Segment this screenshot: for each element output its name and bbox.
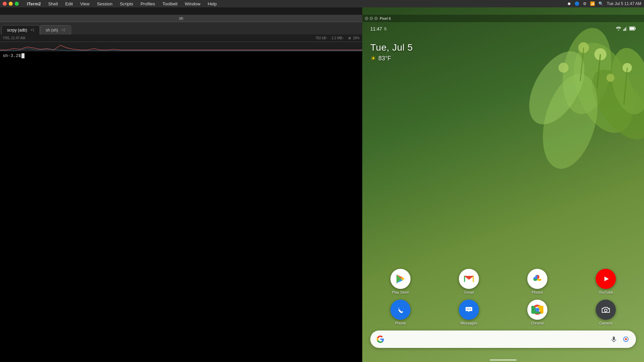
- android-close-btn[interactable]: [365, 17, 368, 20]
- svg-rect-32: [600, 304, 612, 316]
- lens-search-icon[interactable]: [621, 335, 631, 344]
- voice-search-icon[interactable]: [609, 335, 619, 344]
- tab-1-label: scrpy (adb): [7, 28, 27, 33]
- camera-label: Camera: [599, 321, 612, 325]
- menu-session[interactable]: Session: [96, 1, 114, 7]
- playstore-icon: [390, 269, 411, 289]
- app-icon-camera[interactable]: Camera: [596, 300, 616, 325]
- menu-scripts[interactable]: Scripts: [118, 1, 135, 7]
- tab-2-label: sh (sh): [46, 28, 58, 33]
- prompt-text: sh-3.2$: [3, 53, 21, 58]
- app-icon-gmail[interactable]: Gmail: [459, 269, 479, 294]
- menu-edit[interactable]: Edit: [64, 1, 74, 7]
- android-apps-row-1: Play Store Gma: [368, 269, 639, 294]
- tab-1-num: ×1: [31, 28, 34, 32]
- app-menu-iterm2[interactable]: iTerm2: [25, 1, 42, 7]
- svg-rect-21: [630, 27, 635, 29]
- svg-point-26: [467, 309, 468, 310]
- svg-rect-15: [623, 29, 624, 31]
- iterm-tabbar: scrpy (adb) ×1 sh (sh) ×2: [0, 22, 362, 35]
- menubar-search-icon[interactable]: 🔍: [598, 1, 603, 6]
- terminal-prompt-line: sh-3.2$: [3, 53, 360, 58]
- menu-help[interactable]: Help: [206, 1, 218, 7]
- phone-icon: [390, 300, 411, 320]
- camera-icon: [596, 300, 616, 320]
- menubar-wifi-icon: 📶: [590, 1, 595, 6]
- session-mem: 2.2 MB↑: [332, 36, 344, 40]
- svg-line-37: [627, 337, 628, 338]
- svg-point-34: [608, 309, 609, 309]
- svg-rect-24: [395, 304, 406, 315]
- close-button[interactable]: [3, 2, 7, 6]
- android-minimize-btn[interactable]: [370, 17, 373, 20]
- session-datetime: 7/05, 11:47 AM: [3, 36, 25, 40]
- app-icon-playstore[interactable]: Play Store: [390, 269, 411, 294]
- android-time: 11:47: [370, 26, 382, 32]
- menubar-status-right: ⏺ 🔵 ⚙ 📶 🔍 Tue Jul 5 11:47 AM: [567, 1, 641, 6]
- svg-rect-16: [624, 28, 625, 31]
- menubar-datetime: Tue Jul 5 11:47 AM: [607, 1, 641, 6]
- gmail-icon: [459, 269, 479, 289]
- iterm-tab-1[interactable]: scrpy (adb) ×1: [1, 25, 40, 35]
- menubar-gear-icon[interactable]: ⚙: [583, 1, 587, 6]
- session-cpu: 🖥 18%: [348, 36, 360, 40]
- app-icon-messages[interactable]: Messages: [459, 300, 479, 325]
- menu-shell[interactable]: Shell: [47, 1, 59, 7]
- app-icon-phone[interactable]: Phone: [390, 300, 411, 325]
- photos-label: Photos: [532, 290, 543, 294]
- iterm-title-text: sh: [3, 16, 360, 21]
- app-icon-photos[interactable]: Photos: [527, 269, 547, 294]
- app-icon-chrome[interactable]: Chrome: [527, 300, 547, 325]
- iterm-content[interactable]: sh-3.2$: [0, 51, 362, 362]
- session-net: 702 kB↑: [315, 36, 327, 40]
- mac-menubar: iTerm2 Shell Edit View Session Scripts P…: [0, 0, 644, 7]
- iterm-window: sh scrpy (adb) ×1 sh (sh) ×2 7/05, 11:47…: [0, 7, 362, 362]
- minimize-button[interactable]: [9, 2, 13, 6]
- android-carrier: S: [384, 27, 386, 31]
- menu-window[interactable]: Window: [183, 1, 202, 7]
- android-widget: Tue, Jul 5 ☀ 83°F: [362, 36, 644, 66]
- messages-label: Messages: [461, 321, 477, 325]
- menu-view[interactable]: View: [79, 1, 91, 7]
- android-signal-icon: [623, 26, 627, 32]
- weather-sun-icon: ☀: [370, 54, 376, 62]
- maximize-button[interactable]: [15, 2, 19, 6]
- messages-icon: [459, 300, 479, 320]
- android-nav-hint: [368, 356, 639, 362]
- svg-point-14: [618, 29, 619, 31]
- android-battery-icon: [629, 26, 636, 32]
- photos-icon: [527, 269, 547, 289]
- nav-pill: [490, 359, 517, 361]
- iterm-activity-graph: [0, 42, 362, 51]
- menu-toolbelt[interactable]: Toolbelt: [161, 1, 179, 7]
- menu-profiles[interactable]: Profiles: [139, 1, 156, 7]
- chrome-icon: [527, 300, 547, 320]
- svg-rect-18: [626, 26, 627, 31]
- google-g-icon: [376, 335, 385, 344]
- svg-point-36: [625, 338, 627, 340]
- traffic-lights: [3, 2, 19, 6]
- youtube-label: YouTube: [598, 290, 613, 294]
- svg-rect-20: [635, 28, 636, 29]
- android-searchbar[interactable]: [370, 330, 636, 348]
- android-apps-row-2: Phone Messages: [368, 300, 639, 325]
- android-statusbar: 11:47 S: [362, 22, 644, 36]
- android-weather[interactable]: ☀ 83°F: [370, 54, 636, 62]
- youtube-icon: [596, 269, 616, 289]
- app-icon-youtube[interactable]: YouTube: [596, 269, 616, 294]
- android-temperature: 83°F: [378, 55, 391, 62]
- svg-point-28: [470, 309, 471, 310]
- android-window-title: Pixel 6: [380, 16, 391, 20]
- phone-label: Phone: [395, 321, 406, 325]
- svg-rect-17: [625, 27, 626, 31]
- svg-point-31: [535, 308, 539, 312]
- android-app-grid: Play Store Gma: [362, 66, 644, 362]
- tab-2-num: ×2: [61, 28, 65, 32]
- menubar-recordings-icon: ⏺: [567, 1, 571, 6]
- gmail-label: Gmail: [464, 290, 474, 294]
- android-screen: 11:47 S Tue, Jul 5: [362, 22, 644, 362]
- android-date: Tue, Jul 5: [370, 42, 636, 53]
- iterm-tab-2[interactable]: sh (sh) ×2: [40, 25, 71, 35]
- playstore-label: Play Store: [392, 290, 409, 294]
- android-maximize-btn[interactable]: [374, 17, 378, 20]
